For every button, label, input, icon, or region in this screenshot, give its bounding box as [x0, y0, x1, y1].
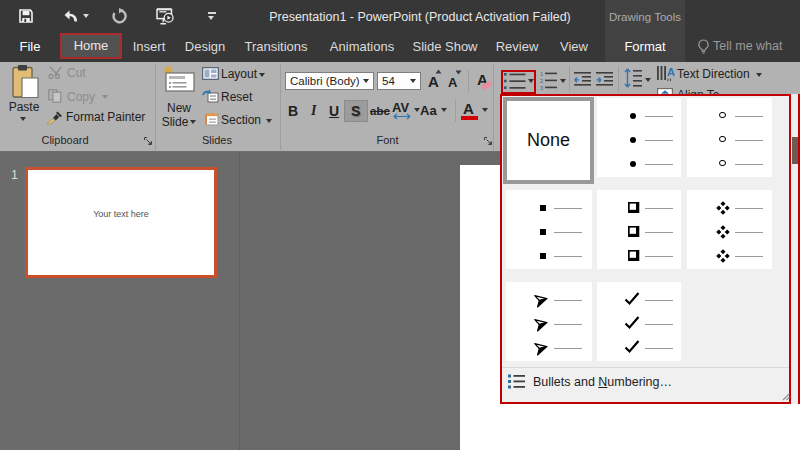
svg-text:1: 1 — [540, 71, 543, 77]
svg-text:3: 3 — [540, 85, 543, 91]
svg-text:2: 2 — [540, 78, 543, 84]
svg-text:A: A — [667, 66, 675, 78]
